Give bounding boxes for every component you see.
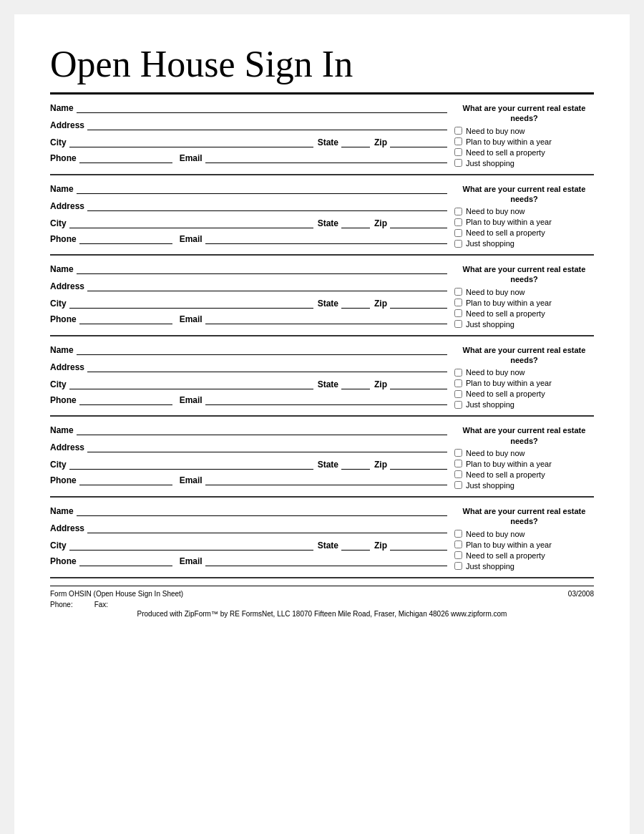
checkbox-3-1[interactable] [454,288,462,296]
phone-label-3: Phone [50,314,77,324]
address-row-2: Address [50,198,447,213]
checkbox-6-3[interactable] [454,551,462,559]
address-input-3[interactable] [87,278,447,291]
phone-input-1[interactable] [79,150,172,163]
phone-input-5[interactable] [79,472,172,485]
checkbox-item-3-3: Need to sell a property [454,309,594,318]
checkbox-3-4[interactable] [454,320,462,328]
address-input-6[interactable] [87,520,447,533]
entries-container: Name Address City State Zip [50,94,594,578]
name-input-1[interactable] [77,100,447,113]
checkbox-2-3[interactable] [454,229,462,237]
address-input-4[interactable] [87,359,447,372]
email-input-6[interactable] [205,553,447,566]
name-input-6[interactable] [77,503,447,516]
checkbox-label-1-3: Need to sell a property [466,148,545,157]
zip-input-1[interactable] [390,135,447,147]
checkbox-2-4[interactable] [454,240,462,248]
checkbox-4-4[interactable] [454,401,462,409]
checkbox-5-2[interactable] [454,460,462,467]
email-input-3[interactable] [205,311,447,324]
page-title: Open House Sign In [50,43,594,85]
checkbox-title-6: What are your current real estate needs? [454,506,594,527]
zip-input-3[interactable] [390,296,447,309]
checkbox-6-4[interactable] [454,562,462,570]
city-input-4[interactable] [69,377,313,389]
checkbox-2-1[interactable] [454,208,462,215]
checkbox-5-3[interactable] [454,470,462,478]
checkbox-3-2[interactable] [454,299,462,306]
phone-input-6[interactable] [79,553,172,566]
email-input-2[interactable] [205,231,447,244]
email-input-5[interactable] [205,472,447,485]
checkbox-1-1[interactable] [454,127,462,135]
checkbox-item-4-4: Just shopping [454,400,594,409]
checkbox-4-1[interactable] [454,369,462,377]
city-input-6[interactable] [69,538,313,551]
checkbox-col-4: What are your current real estate needs?… [454,342,594,412]
name-input-3[interactable] [77,261,447,274]
state-input-1[interactable] [341,135,370,147]
state-input-5[interactable] [341,457,370,470]
checkbox-6-1[interactable] [454,530,462,538]
email-input-4[interactable] [205,392,447,405]
zip-input-4[interactable] [390,377,447,389]
name-input-4[interactable] [77,342,447,355]
entry-inner-5: Name Address City State Zip [50,422,594,492]
checkbox-label-2-3: Need to sell a property [466,228,545,237]
city-input-2[interactable] [69,215,313,228]
checkbox-label-4-3: Need to sell a property [466,389,545,398]
checkbox-6-2[interactable] [454,540,462,548]
address-label-4: Address [50,362,84,372]
email-input-1[interactable] [205,150,447,163]
name-input-5[interactable] [77,422,447,435]
checkbox-item-3-1: Need to buy now [454,288,594,296]
checkbox-1-3[interactable] [454,148,462,156]
city-input-1[interactable] [69,135,313,147]
phone-input-2[interactable] [79,231,172,244]
zip-input-2[interactable] [390,215,447,228]
checkbox-1-2[interactable] [454,137,462,145]
checkbox-label-5-2: Plan to buy within a year [466,460,552,468]
checkbox-item-6-2: Plan to buy within a year [454,540,594,549]
zip-label-3: Zip [374,299,387,309]
checkbox-label-3-3: Need to sell a property [466,309,545,318]
entry-section-5: Name Address City State Zip [50,417,594,498]
checkbox-3-3[interactable] [454,309,462,317]
checkbox-1-4[interactable] [454,159,462,167]
phone-input-3[interactable] [79,311,172,324]
city-input-5[interactable] [69,457,313,470]
zip-input-5[interactable] [390,457,447,470]
checkbox-item-1-4: Just shopping [454,159,594,168]
fields-col-5: Name Address City State Zip [50,422,454,492]
checkbox-2-2[interactable] [454,218,462,226]
checkbox-5-4[interactable] [454,481,462,489]
zip-input-6[interactable] [390,538,447,551]
address-input-2[interactable] [87,198,447,211]
checkbox-item-5-4: Just shopping [454,481,594,490]
state-label-2: State [318,218,338,228]
state-input-3[interactable] [341,296,370,309]
checkbox-label-6-2: Plan to buy within a year [466,540,552,549]
checkbox-label-2-4: Just shopping [466,239,514,248]
entry-section-2: Name Address City State Zip [50,175,594,256]
phone-input-4[interactable] [79,392,172,405]
city-input-3[interactable] [69,296,313,309]
checkbox-item-2-3: Need to sell a property [454,228,594,237]
city-state-zip-row-5: City State Zip [50,457,447,470]
state-input-4[interactable] [341,377,370,389]
footer: Form OHSIN (Open House Sign In Sheet) 03… [50,586,594,618]
name-input-2[interactable] [77,181,447,194]
address-input-5[interactable] [87,440,447,452]
fields-col-2: Name Address City State Zip [50,181,454,251]
checkbox-4-3[interactable] [454,390,462,398]
checkbox-4-2[interactable] [454,379,462,387]
state-input-2[interactable] [341,215,370,228]
checkbox-label-6-4: Just shopping [466,562,514,571]
checkbox-5-1[interactable] [454,449,462,457]
email-label-5: Email [180,475,203,485]
phone-email-row-4: Phone Email [50,392,447,405]
address-label-2: Address [50,201,84,211]
state-input-6[interactable] [341,538,370,551]
address-input-1[interactable] [87,117,447,130]
